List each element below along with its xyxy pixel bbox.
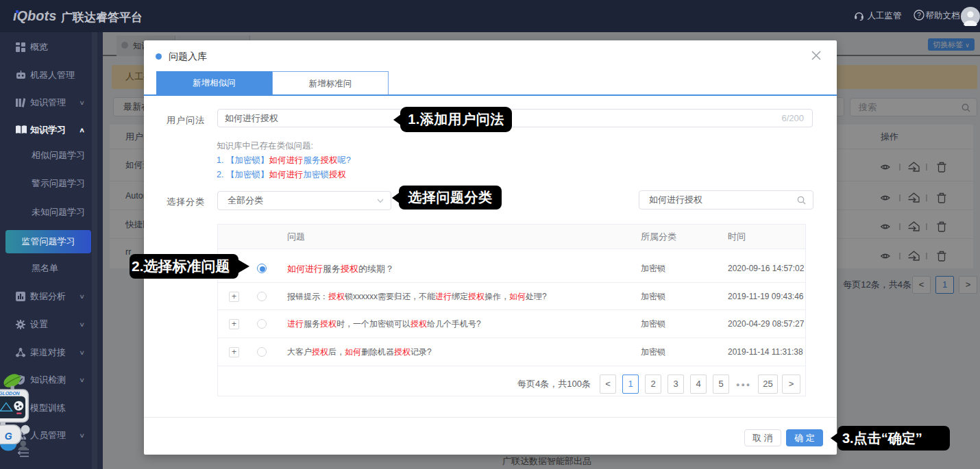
svg-text:?: ?	[917, 12, 921, 19]
svg-text:G: G	[5, 431, 12, 442]
svg-text:GLODON: GLODON	[0, 391, 21, 396]
